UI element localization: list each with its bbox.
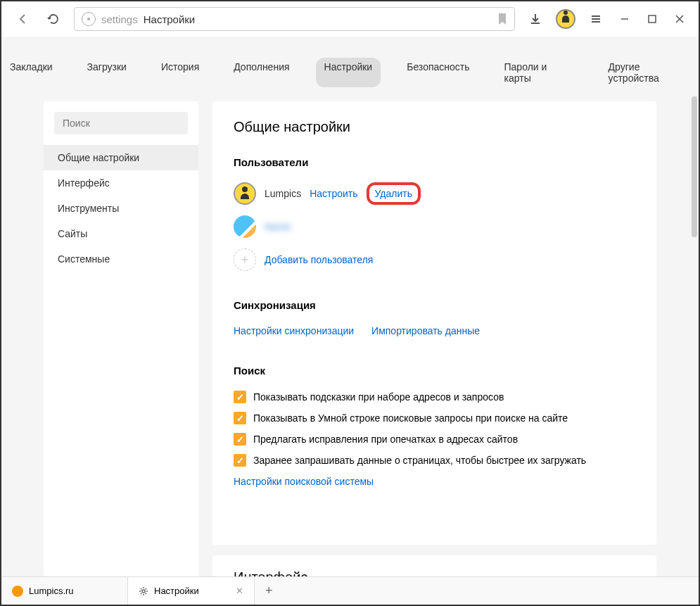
nav-history[interactable]: История [153, 58, 208, 87]
search-section: Поиск ✓ Показывать подсказки при наборе … [234, 365, 635, 488]
address-prefix: settings [101, 13, 138, 25]
checkbox-checked-icon[interactable]: ✓ [234, 412, 246, 424]
option-label: Предлагать исправления при опечатках в а… [253, 434, 518, 445]
close-button[interactable] [671, 11, 688, 27]
search-input[interactable] [54, 112, 188, 134]
checkbox-checked-icon[interactable]: ✓ [234, 433, 246, 446]
minimize-icon [620, 14, 630, 24]
nav-passwords[interactable]: Пароли и карты [496, 58, 583, 87]
new-tab-button[interactable]: + [255, 583, 284, 598]
tab-label: Lumpics.ru [29, 586, 74, 596]
checkbox-checked-icon[interactable]: ✓ [234, 391, 246, 403]
sidebar-item-system[interactable]: Системные [44, 246, 198, 272]
profile-button[interactable] [556, 9, 575, 29]
import-data-link[interactable]: Импортировать данные [371, 325, 480, 336]
nav-security[interactable]: Безопасность [398, 58, 478, 87]
sidebar-item-interface[interactable]: Интерфейс [44, 170, 198, 196]
settings-nav: Закладки Загрузки История Дополнения Нас… [1, 37, 699, 101]
gear-icon [139, 586, 148, 596]
option-label: Показывать подсказки при наборе адресов … [253, 391, 504, 403]
page-title: Общие настройки [234, 119, 635, 135]
add-user-row[interactable]: + Добавить пользователя [234, 248, 635, 271]
search-option[interactable]: ✓ Заранее запрашивать данные о страницах… [234, 454, 635, 467]
search-option[interactable]: ✓ Показывать в Умной строке поисковые за… [234, 412, 635, 424]
search-option[interactable]: ✓ Предлагать исправления при опечатках в… [234, 433, 635, 446]
sidebar-item-general[interactable]: Общие настройки [44, 145, 198, 170]
users-title: Пользователи [234, 156, 635, 168]
download-icon [529, 13, 542, 25]
highlight-delete: Удалить [367, 182, 421, 205]
nav-settings[interactable]: Настройки [316, 58, 381, 87]
minimize-button[interactable] [616, 11, 633, 27]
avatar [234, 215, 256, 238]
address-label: Настройки [144, 13, 196, 25]
user-name: Lumpics [265, 188, 301, 199]
plus-icon: + [234, 248, 256, 271]
configure-link[interactable]: Настроить [310, 188, 357, 199]
sync-section: Синхронизация Настройки синхронизации Им… [234, 299, 635, 336]
reload-icon [47, 13, 60, 25]
option-label: Заранее запрашивать данные о страницах, … [253, 455, 586, 466]
content-area: Закладки Загрузки История Дополнения Нас… [1, 37, 699, 576]
interface-panel: Интерфейс [212, 555, 656, 576]
maximize-button[interactable] [644, 11, 661, 27]
option-label: Показывать в Умной строке поисковые запр… [253, 412, 568, 424]
nav-devices[interactable]: Другие устройства [600, 58, 699, 87]
svg-point-1 [142, 590, 145, 593]
user-row: Name [234, 215, 635, 238]
nav-downloads[interactable]: Загрузки [79, 58, 135, 87]
interface-title: Интерфейс [234, 569, 635, 576]
back-button[interactable] [12, 8, 33, 30]
favicon-icon [12, 586, 23, 597]
users-section: Пользователи Lumpics Настроить Удалить N… [234, 156, 635, 271]
nav-bookmarks[interactable]: Закладки [1, 58, 61, 87]
site-icon [82, 12, 96, 26]
tab-label: Настройки [154, 586, 199, 596]
add-user-link[interactable]: Добавить пользователя [265, 254, 373, 265]
tab-settings[interactable]: Настройки ✕ [128, 577, 255, 605]
avatar [234, 182, 256, 205]
search-title: Поиск [234, 365, 635, 377]
downloads-button[interactable] [526, 9, 545, 29]
browser-toolbar: settings Настройки [1, 1, 699, 37]
arrow-left-icon [15, 12, 30, 26]
user-row: Lumpics Настроить Удалить [234, 182, 635, 205]
sync-title: Синхронизация [234, 299, 635, 311]
tab-close-icon[interactable]: ✕ [236, 586, 243, 596]
address-bar[interactable]: settings Настройки [74, 7, 515, 31]
scrollbar[interactable] [692, 96, 697, 237]
tab-bar: Lumpics.ru Настройки ✕ + [1, 576, 699, 605]
user-name-blurred: Name [265, 221, 291, 232]
bookmark-icon[interactable] [497, 13, 507, 25]
main-panel: Общие настройки Пользователи Lumpics Нас… [212, 101, 656, 545]
nav-extensions[interactable]: Дополнения [225, 58, 298, 87]
sync-settings-link[interactable]: Настройки синхронизации [234, 325, 354, 336]
tab-lumpics[interactable]: Lumpics.ru [1, 577, 128, 605]
sidebar-item-tools[interactable]: Инструменты [44, 196, 198, 221]
menu-button[interactable] [586, 9, 606, 29]
svg-rect-0 [649, 15, 656, 23]
sidebar-item-sites[interactable]: Сайты [44, 221, 198, 246]
person-icon [241, 188, 249, 199]
checkbox-checked-icon[interactable]: ✓ [234, 454, 246, 467]
close-icon [675, 14, 685, 24]
hamburger-icon [590, 13, 602, 25]
delete-link[interactable]: Удалить [375, 188, 412, 199]
person-icon [562, 15, 569, 23]
reload-button[interactable] [44, 9, 63, 29]
search-engine-link[interactable]: Настройки поисковой системы [234, 476, 374, 487]
maximize-icon [647, 14, 657, 24]
search-option[interactable]: ✓ Показывать подсказки при наборе адресо… [234, 391, 635, 403]
settings-sidebar: Общие настройки Интерфейс Инструменты Са… [44, 101, 198, 576]
